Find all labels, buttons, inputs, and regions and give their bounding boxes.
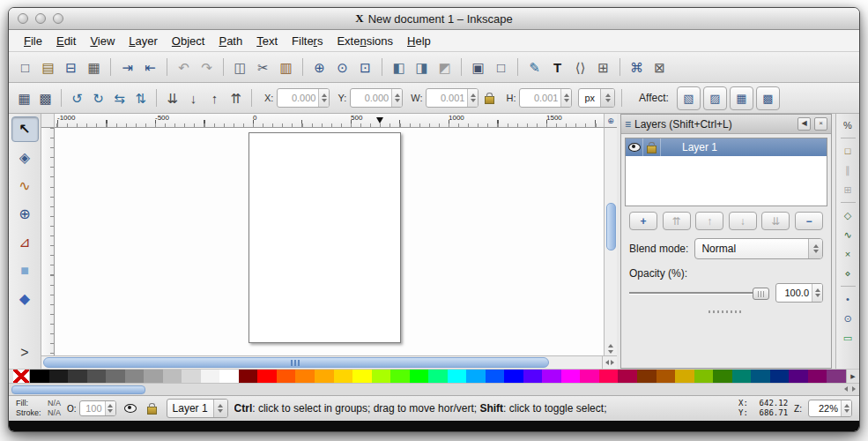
color-swatch[interactable] <box>352 370 372 383</box>
print-document-button[interactable]: ▦ <box>83 56 105 78</box>
color-swatch[interactable] <box>182 370 201 383</box>
color-swatch[interactable] <box>68 370 87 383</box>
redo-button[interactable]: ↷ <box>196 56 218 78</box>
color-swatch[interactable] <box>827 370 846 383</box>
canvas-vertical-scrollbar[interactable] <box>604 128 617 355</box>
x-steppers[interactable] <box>318 89 329 107</box>
color-swatch[interactable] <box>372 370 391 383</box>
import-bitmap-button[interactable]: ⇥ <box>116 56 138 78</box>
scroll-left-button[interactable] <box>605 360 609 365</box>
snap-midpoints-toggle[interactable]: • <box>839 290 857 308</box>
horizontal-ruler[interactable]: -1000-500050010001500 <box>55 114 604 128</box>
menu-extensions[interactable]: Extensions <box>330 33 399 49</box>
width-field[interactable]: 0.001 <box>426 88 479 108</box>
color-swatch[interactable] <box>751 370 770 383</box>
snap-object-centers-toggle[interactable]: ⊙ <box>839 310 857 327</box>
layer-visibility-status-toggle[interactable] <box>122 400 138 416</box>
current-layer-select[interactable]: Layer 1 <box>167 399 228 418</box>
object-opacity-spinbox[interactable]: 100 <box>79 400 116 416</box>
menu-view[interactable]: View <box>84 33 121 49</box>
slider-handle[interactable] <box>753 288 769 300</box>
color-swatch[interactable] <box>277 370 296 383</box>
fill-stroke-dialog-button[interactable]: ✎ <box>523 56 545 78</box>
color-swatch[interactable] <box>789 370 808 383</box>
color-swatch[interactable] <box>201 370 220 383</box>
color-swatch[interactable] <box>694 370 714 383</box>
horizontal-scrollbar-thumb[interactable] <box>43 357 549 368</box>
opacity-slider[interactable] <box>629 287 769 299</box>
color-swatch[interactable] <box>580 370 599 383</box>
color-swatch[interactable] <box>239 370 258 383</box>
no-color-swatch[interactable] <box>13 370 30 383</box>
group-objects-button[interactable]: ▣ <box>467 56 489 78</box>
color-swatch[interactable] <box>30 370 49 383</box>
unit-select[interactable]: px <box>578 88 615 108</box>
save-document-button[interactable]: ⊟ <box>60 56 82 78</box>
snap-cusp-nodes-toggle[interactable]: ⋄ <box>839 265 857 282</box>
move-patterns-toggle[interactable]: ▩ <box>756 86 780 110</box>
color-swatch[interactable] <box>390 370 410 383</box>
layer-visibility-toggle[interactable] <box>626 138 643 156</box>
color-swatch[interactable] <box>163 370 182 383</box>
new-layer-button[interactable]: + <box>629 212 657 230</box>
color-swatch[interactable] <box>770 370 790 383</box>
layer-lock-status-toggle[interactable] <box>145 400 160 416</box>
unit-steppers[interactable] <box>600 89 614 107</box>
duplicate-button[interactable]: ◧ <box>388 56 410 78</box>
panel-dock-button[interactable]: ◀ <box>798 117 811 131</box>
menu-layer[interactable]: Layer <box>122 33 164 49</box>
color-swatch[interactable] <box>410 370 429 383</box>
menu-edit[interactable]: Edit <box>50 33 82 49</box>
snap-page-border-toggle[interactable]: ▭ <box>839 329 857 347</box>
selector-tool[interactable]: ↖ <box>11 116 39 142</box>
blend-mode-select[interactable]: Normal <box>694 238 823 259</box>
create-clone-button[interactable]: ◨ <box>411 56 433 78</box>
tweak-tool[interactable]: ∿ <box>11 173 39 198</box>
flip-horizontal-button[interactable]: ⇆ <box>109 88 130 108</box>
snap-bbox-corners-toggle[interactable]: ⊞ <box>839 181 857 198</box>
color-swatch[interactable] <box>675 370 694 383</box>
blend-mode-steppers[interactable] <box>808 239 822 258</box>
menu-help[interactable]: Help <box>401 33 437 49</box>
zoom-to-selection-button[interactable]: ⊕ <box>308 56 330 78</box>
palette-scrollbar-thumb[interactable] <box>11 385 145 394</box>
color-swatch[interactable] <box>486 370 505 383</box>
ruler-zoom-corner-button[interactable]: ⊕ <box>604 114 617 128</box>
color-swatch[interactable] <box>466 370 486 383</box>
color-swatch[interactable] <box>637 370 657 383</box>
lower-layer-to-bottom-button[interactable]: ⇊ <box>761 212 790 230</box>
scroll-right-button[interactable] <box>611 360 614 365</box>
node-tool[interactable]: ◈ <box>11 145 39 170</box>
toolbox-overflow-button[interactable]: > <box>11 340 39 365</box>
measure-tool[interactable]: ⊿ <box>11 229 39 255</box>
menu-filters[interactable]: Filters <box>286 33 329 49</box>
color-swatch[interactable] <box>295 370 315 383</box>
rotate-ccw-button[interactable]: ↺ <box>67 88 87 108</box>
vertical-scrollbar-thumb[interactable] <box>606 203 616 250</box>
cut-button[interactable]: ✂ <box>252 56 274 78</box>
canvas[interactable] <box>55 128 604 355</box>
delete-layer-button[interactable]: − <box>795 212 823 230</box>
snap-path-intersections-toggle[interactable]: × <box>839 245 857 263</box>
menu-object[interactable]: Object <box>166 33 211 49</box>
color-swatch[interactable] <box>618 370 637 383</box>
height-field[interactable]: 0.001 <box>519 88 572 108</box>
x-field[interactable]: 0.000 <box>277 88 330 108</box>
copy-button[interactable]: ◫ <box>229 56 251 78</box>
panel-close-button[interactable]: × <box>814 117 827 131</box>
preferences-button[interactable]: ⌘ <box>626 56 648 78</box>
select-all-layers-button[interactable]: ▩ <box>35 88 56 108</box>
zoom-spinbox[interactable]: 22% <box>808 400 852 417</box>
color-swatch[interactable] <box>732 370 752 383</box>
select-all-button[interactable]: ▦ <box>14 88 34 108</box>
color-swatch[interactable] <box>87 370 107 383</box>
open-document-button[interactable]: ▤ <box>37 56 59 78</box>
lower-layer-button[interactable]: ↓ <box>729 212 757 230</box>
opacity-spinbox[interactable]: 100.0 <box>775 283 823 303</box>
document-page[interactable] <box>249 132 401 343</box>
color-swatch[interactable] <box>808 370 827 383</box>
color-swatch[interactable] <box>542 370 561 383</box>
color-swatch[interactable] <box>334 370 353 383</box>
menu-file[interactable]: File <box>18 33 48 49</box>
menu-text[interactable]: Text <box>250 33 284 49</box>
